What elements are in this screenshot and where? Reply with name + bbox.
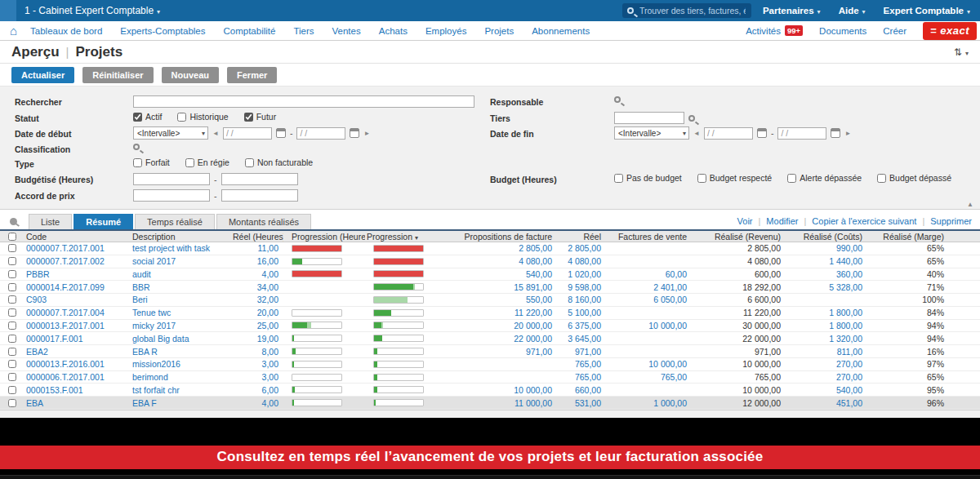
project-description-link[interactable]: social 2017 — [132, 256, 176, 266]
reel-cell[interactable]: 4 080,00 — [557, 256, 606, 266]
table-row[interactable]: 0000013.F.2017.001micky 201725,0020 000,… — [0, 320, 980, 333]
calendar-icon[interactable] — [831, 128, 840, 138]
statut-checkbox-actif[interactable] — [133, 113, 142, 122]
table-row[interactable]: 0000014.F.2017.099BBR34,0015 891,009 598… — [0, 281, 980, 294]
project-description-link[interactable]: berimond — [132, 372, 168, 382]
factures-vente-cell[interactable]: 1 000,00 — [606, 398, 692, 408]
reel-cell[interactable]: 765,00 — [557, 372, 606, 382]
date-fin-to-input[interactable] — [777, 127, 826, 140]
row-checkbox[interactable] — [8, 373, 16, 381]
reel-heures-cell[interactable]: 25,00 — [233, 321, 283, 330]
project-code-link[interactable]: 0000007.T.2017.004 — [26, 308, 105, 317]
nav-item-tableaux-de-bord[interactable]: Tableaux de bord — [30, 26, 102, 36]
realise-couts-cell[interactable]: 1 800,00 — [786, 321, 867, 330]
project-code-link[interactable]: 0000007.T.2017.002 — [26, 256, 105, 266]
budget-checkbox-budget-depasse[interactable] — [877, 174, 886, 183]
statut-checkbox-futur[interactable] — [244, 113, 253, 122]
search-input[interactable] — [639, 6, 746, 16]
nav-item-ventes[interactable]: Ventes — [332, 26, 361, 36]
reel-cell[interactable]: 660,00 — [557, 385, 606, 395]
next-period-icon[interactable]: ► — [363, 130, 370, 137]
tab-temps-realise[interactable]: Temps réalisé — [135, 214, 215, 229]
sort-options-icon[interactable]: ⇅▾ — [954, 47, 969, 58]
tab-resume[interactable]: Résumé — [74, 214, 133, 229]
row-checkbox[interactable] — [8, 270, 16, 278]
propositions-facture-cell[interactable]: 4 080,00 — [447, 256, 557, 266]
statut-option-historique[interactable]: Historique — [177, 112, 228, 122]
nav-item-employes[interactable]: Employés — [425, 26, 467, 36]
nav-item-tiers[interactable]: Tiers — [293, 26, 314, 36]
reel-cell[interactable]: 2 805,00 — [557, 243, 606, 253]
reel-heures-cell[interactable]: 34,00 — [233, 282, 283, 292]
collapse-panel-icon[interactable]: ▲ — [967, 201, 973, 208]
factures-vente-cell[interactable]: 60,00 — [606, 269, 692, 279]
realise-couts-cell[interactable]: 990,00 — [786, 243, 867, 253]
reel-heures-cell[interactable]: 11,00 — [233, 243, 283, 253]
row-checkbox[interactable] — [8, 399, 16, 407]
realise-couts-cell[interactable]: 451,00 — [786, 398, 867, 408]
propositions-facture-cell[interactable]: 2 805,00 — [447, 243, 557, 253]
rechercher-input[interactable] — [133, 95, 474, 108]
project-code-link[interactable]: 0000013.F.2017.001 — [26, 321, 105, 330]
reel-cell[interactable]: 8 160,00 — [557, 295, 606, 304]
type-option-en-regie[interactable]: En régie — [185, 157, 229, 167]
project-description-link[interactable]: Tenue twc — [132, 308, 171, 317]
statut-checkbox-historique[interactable] — [177, 113, 186, 122]
tab-montants-realises[interactable]: Montants réalisés — [216, 214, 311, 229]
documents-link[interactable]: Documents — [819, 26, 866, 36]
budget-option-pas-de-budget[interactable]: Pas de budget — [614, 173, 682, 183]
date-debut-to-input[interactable] — [296, 127, 345, 140]
propositions-facture-cell[interactable]: 11 220,00 — [447, 308, 557, 317]
action-modifier[interactable]: Modifier — [766, 216, 798, 226]
propositions-facture-cell[interactable]: 22 000,00 — [447, 334, 557, 344]
table-row[interactable]: PBBRaudit4,00540,001 020,0060,00600,0036… — [0, 268, 980, 282]
reel-cell[interactable]: 9 598,00 — [557, 282, 606, 292]
reinitialiser-button[interactable]: Réinitialiser — [82, 67, 153, 83]
factures-vente-cell[interactable]: 2 401,00 — [606, 282, 692, 292]
table-row[interactable]: EBAEBA F4,0011 000,00531,001 000,0012 00… — [0, 397, 980, 410]
project-code-link[interactable]: 0000014.F.2017.099 — [26, 282, 105, 292]
table-row[interactable]: C903Beri32,00550,008 160,006 050,006 600… — [0, 294, 980, 307]
home-icon[interactable]: ⌂ — [10, 24, 17, 37]
reel-heures-cell[interactable]: 16,00 — [233, 256, 283, 266]
project-code-link[interactable]: 0000017.F.001 — [26, 334, 82, 344]
sort-caret-icon[interactable]: ▾ — [415, 234, 418, 242]
nav-item-projets[interactable]: Projets — [484, 26, 514, 36]
budget-checkbox-budget-respecte[interactable] — [697, 174, 706, 183]
nav-item-achats[interactable]: Achats — [379, 26, 408, 36]
nav-item-comptabilite[interactable]: Comptabilité — [223, 26, 275, 36]
budget-checkbox-pas-de-budget[interactable] — [614, 174, 623, 183]
row-checkbox[interactable] — [8, 335, 16, 343]
nouveau-button[interactable]: Nouveau — [162, 67, 219, 83]
budget-option-budget-respecte[interactable]: Budget respecté — [697, 173, 772, 183]
action-copier-a-l-exercice-suivant[interactable]: Copier à l'exercice suivant — [812, 216, 916, 226]
factures-vente-cell[interactable]: 10 000,00 — [606, 321, 692, 330]
type-checkbox-en-regie[interactable] — [185, 158, 194, 167]
propositions-facture-cell[interactable]: 550,00 — [447, 295, 557, 304]
budget-option-alerte-depassee[interactable]: Alerte dépassée — [787, 173, 862, 183]
statut-option-actif[interactable]: Actif — [133, 112, 162, 122]
project-description-link[interactable]: test project with task — [132, 243, 210, 253]
next-period-icon[interactable]: ► — [844, 130, 851, 137]
factures-vente-cell[interactable]: 10 000,00 — [606, 359, 692, 369]
calendar-icon[interactable] — [276, 128, 286, 138]
realise-couts-cell[interactable]: 1 320,00 — [786, 334, 867, 344]
table-row[interactable]: 0000153.F.001tst forfait chr6,0010 000,0… — [0, 384, 980, 397]
factures-vente-cell[interactable]: 765,00 — [606, 372, 692, 382]
action-voir[interactable]: Voir — [737, 216, 753, 226]
project-description-link[interactable]: Beri — [132, 295, 148, 304]
row-checkbox[interactable] — [8, 322, 16, 330]
global-search[interactable] — [622, 3, 751, 18]
creer-link[interactable]: Créer — [883, 26, 906, 36]
project-description-link[interactable]: audit — [132, 269, 151, 279]
realise-couts-cell[interactable]: 270,00 — [786, 372, 867, 382]
realise-couts-cell[interactable]: 270,00 — [786, 359, 867, 369]
reel-heures-cell[interactable]: 19,00 — [233, 334, 283, 344]
menu-partenaires[interactable]: Partenaires▾ — [763, 6, 821, 16]
table-row[interactable]: 0000017.F.001global Big data19,0022 000,… — [0, 332, 980, 345]
project-description-link[interactable]: tst forfait chr — [132, 385, 180, 395]
accord-from-input[interactable] — [133, 189, 210, 202]
actualiser-button[interactable]: Actualiser — [11, 67, 74, 83]
reel-cell[interactable]: 531,00 — [557, 398, 606, 408]
row-checkbox[interactable] — [8, 257, 16, 265]
